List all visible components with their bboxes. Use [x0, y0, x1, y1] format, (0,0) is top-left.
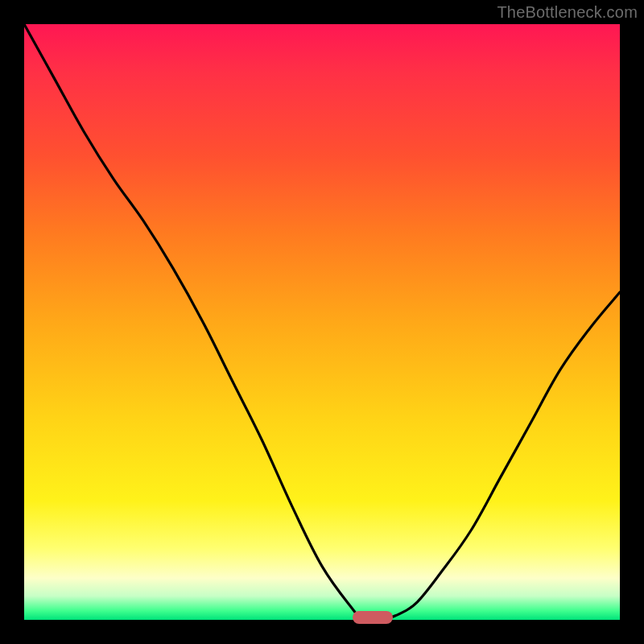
- curve-svg: [24, 24, 620, 620]
- bottleneck-curve: [24, 24, 620, 621]
- watermark-text: TheBottleneck.com: [497, 3, 638, 22]
- optimum-marker: [353, 611, 393, 624]
- chart-stage: TheBottleneck.com: [0, 0, 644, 644]
- plot-area: [24, 24, 620, 620]
